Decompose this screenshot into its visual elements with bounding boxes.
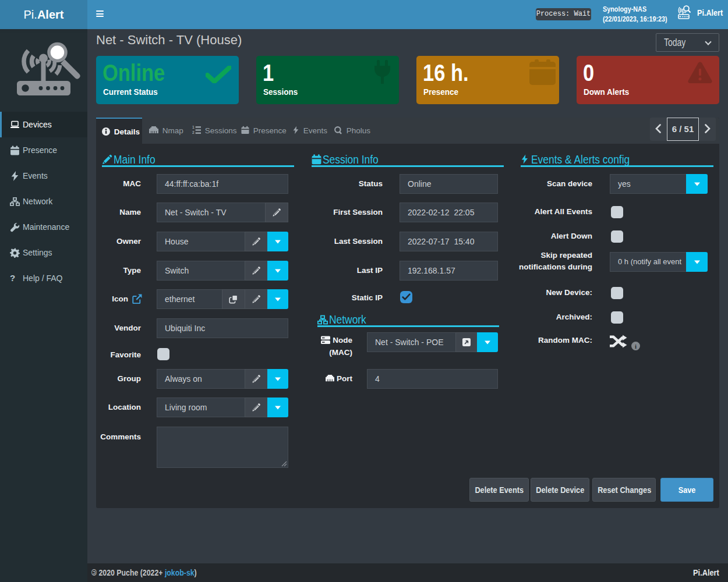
svg-text:2: 2: [192, 130, 195, 134]
svg-text:1: 1: [192, 126, 195, 129]
